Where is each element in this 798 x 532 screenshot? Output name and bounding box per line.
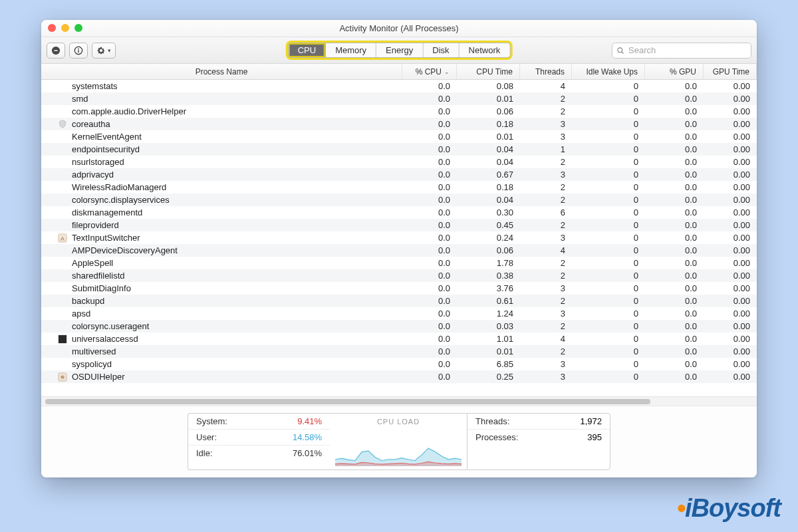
maximize-icon[interactable] <box>74 24 82 32</box>
chevron-down-icon: ▾ <box>108 47 111 54</box>
table-row[interactable]: AMPDeviceDiscoveryAgent0.00.06400.00.00 <box>41 244 757 257</box>
cell-threads: 2 <box>520 346 572 356</box>
table-row[interactable]: WirelessRadioManagerd0.00.18200.00.00 <box>41 181 757 194</box>
table-row[interactable]: colorsync.useragent0.00.03200.00.00 <box>41 320 757 332</box>
scrollbar-thumb[interactable] <box>45 399 650 404</box>
table-row[interactable]: fileproviderd0.00.45200.00.00 <box>41 219 757 231</box>
stop-icon <box>51 46 61 55</box>
cell-gpu-time: 0.00 <box>704 321 757 331</box>
table-row[interactable]: SubmitDiagInfo0.03.76300.00.00 <box>41 282 757 295</box>
cell-cpu: 0.0 <box>402 271 457 281</box>
cell-cpu-time: 1.24 <box>457 309 520 319</box>
minimize-icon[interactable] <box>61 24 69 32</box>
table-row[interactable]: com.apple.audio.DriverHelper0.00.06200.0… <box>41 105 757 118</box>
process-icon <box>57 372 68 382</box>
cell-process-name: universalaccessd <box>41 334 402 344</box>
table-row[interactable]: endpointsecurityd0.00.04100.00.00 <box>41 143 757 156</box>
cell-wake: 0 <box>572 106 645 116</box>
cell-cpu-time: 0.30 <box>457 207 520 217</box>
stat-user: User:14.58% <box>188 429 330 445</box>
process-icon: A <box>57 233 68 243</box>
cell-cpu-time: 0.01 <box>457 94 520 104</box>
cell-wake: 0 <box>572 233 645 243</box>
cell-threads: 3 <box>520 359 572 369</box>
process-name-text: adprivacyd <box>72 170 114 180</box>
cell-wake: 0 <box>572 182 645 192</box>
table-row[interactable]: universalaccessd0.01.01400.00.00 <box>41 332 757 345</box>
process-icon <box>57 195 68 205</box>
cell-process-name: colorsync.useragent <box>41 321 402 332</box>
cell-process-name: SubmitDiagInfo <box>41 283 402 294</box>
table-row[interactable]: apsd0.01.24300.00.00 <box>41 307 757 320</box>
tab-network[interactable]: Network <box>460 43 510 57</box>
col-gpu-time[interactable]: GPU Time <box>704 64 757 79</box>
process-table-body[interactable]: systemstats0.00.08400.00.00smd0.00.01200… <box>41 80 757 396</box>
table-row[interactable]: adprivacyd0.00.67300.00.00 <box>41 168 757 181</box>
tab-cpu[interactable]: CPU <box>289 43 326 57</box>
cell-cpu: 0.0 <box>402 346 457 356</box>
activity-monitor-window: Activity Monitor (All Processes) ▾ CPU M… <box>41 20 757 477</box>
cell-process-name: ATextInputSwitcher <box>41 233 402 243</box>
cell-gpu-time: 0.00 <box>704 359 757 369</box>
cell-wake: 0 <box>572 170 645 180</box>
table-row[interactable]: multiversed0.00.01200.00.00 <box>41 345 757 358</box>
process-name-text: backupd <box>72 296 104 306</box>
cell-process-name: coreautha <box>41 119 402 130</box>
cell-wake: 0 <box>572 321 645 331</box>
col-cpu[interactable]: % CPU⌄ <box>402 64 457 79</box>
cpu-footer: System:9.41% User:14.58% Idle:76.01% CPU… <box>41 406 757 477</box>
table-row[interactable]: nsurlstoraged0.00.04200.00.00 <box>41 156 757 168</box>
horizontal-scrollbar[interactable] <box>41 396 757 406</box>
search-field[interactable] <box>612 43 751 59</box>
process-icon <box>57 283 68 294</box>
table-row[interactable]: syspolicyd0.06.85300.00.00 <box>41 358 757 370</box>
process-name-text: colorsync.displayservices <box>72 195 170 205</box>
col-gpu[interactable]: % GPU <box>645 64 704 79</box>
sort-indicator-icon: ⌄ <box>444 68 450 75</box>
table-row[interactable]: diskmanagementd0.00.30600.00.00 <box>41 206 757 219</box>
settings-button[interactable]: ▾ <box>92 43 116 59</box>
col-process-name[interactable]: Process Name <box>41 64 402 79</box>
table-row[interactable]: sharedfilelistd0.00.38200.00.00 <box>41 269 757 282</box>
table-row[interactable]: OSDUIHelper0.00.25300.00.00 <box>41 370 757 383</box>
cell-process-name: colorsync.displayservices <box>41 195 402 205</box>
cell-gpu: 0.0 <box>645 144 704 154</box>
tab-disk[interactable]: Disk <box>423 43 459 57</box>
titlebar[interactable]: Activity Monitor (All Processes) <box>41 20 757 37</box>
tab-memory[interactable]: Memory <box>326 43 376 57</box>
process-name-text: multiversed <box>72 346 116 356</box>
cell-cpu: 0.0 <box>402 296 457 306</box>
col-cpu-time[interactable]: CPU Time <box>457 64 520 79</box>
cell-process-name: AMPDeviceDiscoveryAgent <box>41 245 402 256</box>
cell-threads: 3 <box>520 233 572 243</box>
process-name-text: WirelessRadioManagerd <box>72 182 166 192</box>
cell-cpu: 0.0 <box>402 119 457 129</box>
col-threads[interactable]: Threads <box>520 64 572 79</box>
info-button[interactable] <box>69 43 88 59</box>
cell-threads: 3 <box>520 372 572 382</box>
table-row[interactable]: colorsync.displayservices0.00.04200.00.0… <box>41 194 757 206</box>
table-row[interactable]: backupd0.00.61200.00.00 <box>41 295 757 307</box>
close-icon[interactable] <box>48 24 56 32</box>
table-row[interactable]: KernelEventAgent0.00.01300.00.00 <box>41 130 757 143</box>
table-row[interactable]: AppleSpell0.01.78200.00.00 <box>41 257 757 269</box>
col-idle-wake-ups[interactable]: Idle Wake Ups <box>572 64 645 79</box>
tab-energy[interactable]: Energy <box>376 43 423 57</box>
info-icon <box>74 46 83 55</box>
process-name-text: AppleSpell <box>72 258 113 268</box>
table-row[interactable]: systemstats0.00.08400.00.00 <box>41 80 757 92</box>
search-input[interactable] <box>628 45 747 55</box>
cell-gpu-time: 0.00 <box>704 157 757 167</box>
cell-wake: 0 <box>572 346 645 356</box>
table-row[interactable]: smd0.00.01200.00.00 <box>41 92 757 105</box>
cell-wake: 0 <box>572 94 645 104</box>
stop-process-button[interactable] <box>47 43 65 59</box>
cell-threads: 4 <box>520 81 572 91</box>
table-row[interactable]: coreautha0.00.18300.00.00 <box>41 118 757 130</box>
table-row[interactable]: ATextInputSwitcher0.00.24300.00.00 <box>41 231 757 244</box>
cell-cpu-time: 0.25 <box>457 372 520 382</box>
svg-point-5 <box>618 47 622 52</box>
cell-process-name: OSDUIHelper <box>41 372 402 382</box>
cell-gpu: 0.0 <box>645 245 704 255</box>
cell-gpu: 0.0 <box>645 106 704 116</box>
